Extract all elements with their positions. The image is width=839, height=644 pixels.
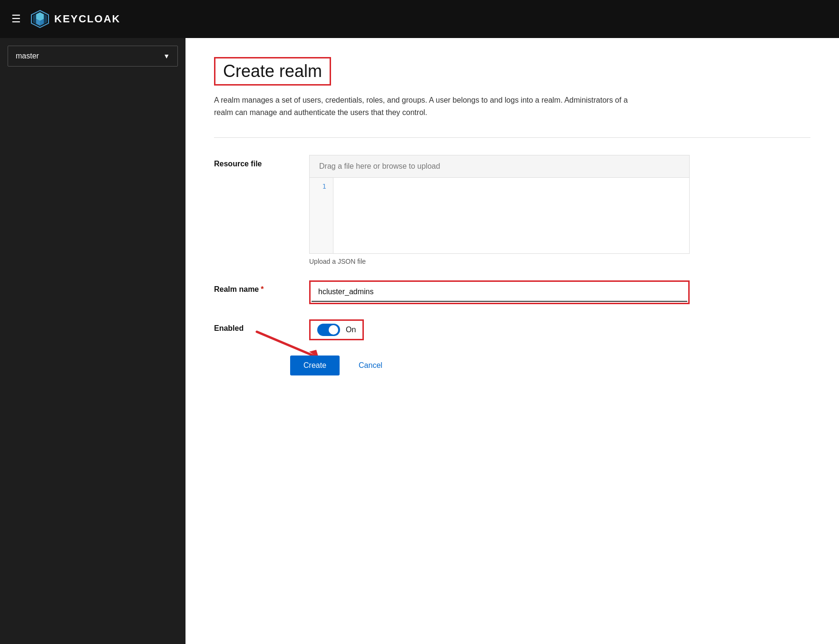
code-content[interactable] xyxy=(333,178,689,253)
realm-selector-value: master xyxy=(16,52,39,60)
code-editor: 1 xyxy=(309,178,690,254)
resource-file-label: Resource file xyxy=(214,155,290,168)
file-drop-zone[interactable]: Drag a file here or browse to upload xyxy=(309,155,690,178)
realm-name-input[interactable] xyxy=(312,283,687,302)
svg-line-5 xyxy=(257,332,319,358)
resource-file-row: Resource file Drag a file here or browse… xyxy=(214,155,810,265)
realm-name-label: Realm name* xyxy=(214,280,290,294)
logo-area: KEYCLOAK xyxy=(30,10,120,29)
upload-json-label: Upload a JSON file xyxy=(309,258,690,265)
page-title: Create realm xyxy=(223,61,322,81)
keycloak-logo-icon xyxy=(30,10,49,29)
actions-row: Create Cancel xyxy=(214,356,810,375)
create-button[interactable]: Create xyxy=(290,356,340,375)
actions-section: Create Cancel xyxy=(214,356,810,375)
resource-file-area: Drag a file here or browse to upload 1 U… xyxy=(309,155,690,265)
page-title-wrapper: Create realm xyxy=(214,57,331,86)
line-numbers: 1 xyxy=(310,178,333,253)
section-divider xyxy=(214,137,810,138)
hamburger-menu-icon[interactable]: ☰ xyxy=(11,14,21,24)
chevron-down-icon: ▼ xyxy=(163,52,170,60)
toggle-state-label: On xyxy=(346,326,356,334)
content-area: Create realm A realm manages a set of us… xyxy=(185,38,839,644)
cancel-button[interactable]: Cancel xyxy=(349,356,392,375)
sidebar: master ▼ xyxy=(0,38,185,644)
realm-name-input-wrapper xyxy=(309,280,690,304)
realm-name-row: Realm name* xyxy=(214,280,810,304)
page-description: A realm manages a set of users, credenti… xyxy=(214,94,642,118)
realm-selector[interactable]: master ▼ xyxy=(8,46,178,67)
app-name: KEYCLOAK xyxy=(54,13,120,25)
top-navigation: ☰ KEYCLOAK xyxy=(0,0,839,38)
main-layout: master ▼ Create realm A realm manages a … xyxy=(0,38,839,644)
